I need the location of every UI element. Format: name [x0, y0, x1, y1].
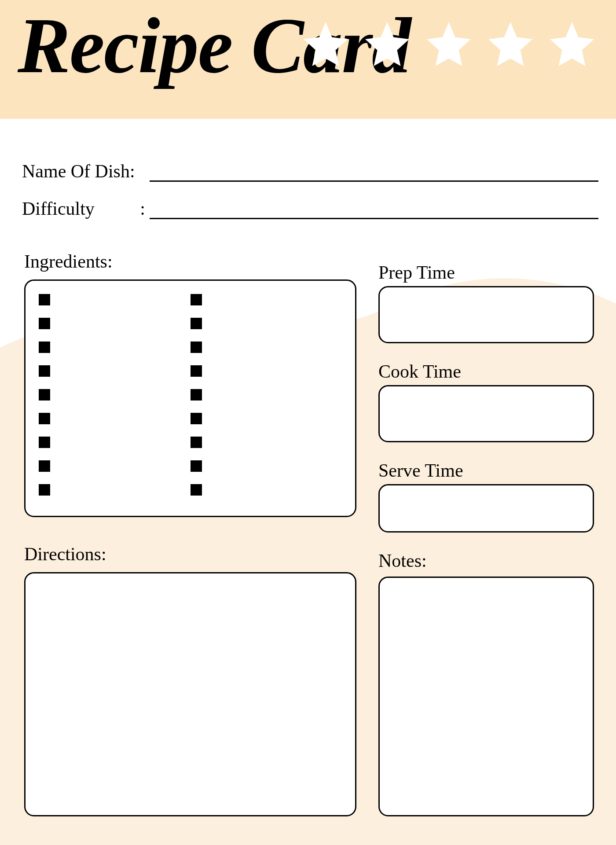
ingredient-bullet: [191, 389, 202, 400]
ingredients-box[interactable]: [24, 279, 356, 517]
ingredients-label: Ingredients:: [24, 251, 113, 272]
ingredient-bullet: [191, 437, 202, 448]
ingredient-bullet: [191, 413, 202, 424]
name-of-dish-field: Name Of Dish:: [22, 161, 598, 182]
name-of-dish-input[interactable]: [150, 164, 598, 182]
ingredient-bullet: [191, 365, 202, 377]
difficulty-label-text: Difficulty: [22, 198, 95, 219]
ingredient-bullet: [39, 365, 50, 377]
ingredient-bullet: [39, 318, 50, 329]
ingredient-bullet: [39, 342, 50, 353]
prep-time-label: Prep Time: [378, 262, 455, 283]
ingredient-bullet: [39, 294, 50, 305]
ingredient-bullet: [191, 342, 202, 353]
ingredients-column-2: [191, 294, 342, 503]
ingredient-bullet: [39, 413, 50, 424]
cook-time-label: Cook Time: [378, 361, 461, 382]
difficulty-input[interactable]: [150, 202, 598, 219]
serve-time-label: Serve Time: [378, 460, 463, 481]
cook-time-box[interactable]: [378, 385, 594, 442]
ingredient-bullet: [191, 294, 202, 305]
ingredient-bullet: [39, 389, 50, 400]
ingredient-bullet: [191, 318, 202, 329]
notes-label: Notes:: [378, 550, 427, 571]
directions-label: Directions:: [24, 544, 106, 565]
ingredients-column-1: [39, 294, 191, 503]
serve-time-box[interactable]: [378, 484, 594, 533]
ingredient-bullet: [191, 484, 202, 496]
prep-time-box[interactable]: [378, 286, 594, 343]
ingredient-bullet: [191, 460, 202, 472]
ingredient-bullet: [39, 437, 50, 448]
difficulty-field: Difficulty :: [22, 198, 598, 219]
ingredient-bullet: [39, 460, 50, 472]
notes-box[interactable]: [378, 577, 594, 816]
difficulty-label: Difficulty :: [22, 198, 145, 219]
difficulty-colon: :: [140, 198, 145, 219]
name-of-dish-label: Name Of Dish:: [22, 161, 145, 182]
directions-box[interactable]: [24, 572, 356, 816]
ingredient-bullet: [39, 484, 50, 496]
